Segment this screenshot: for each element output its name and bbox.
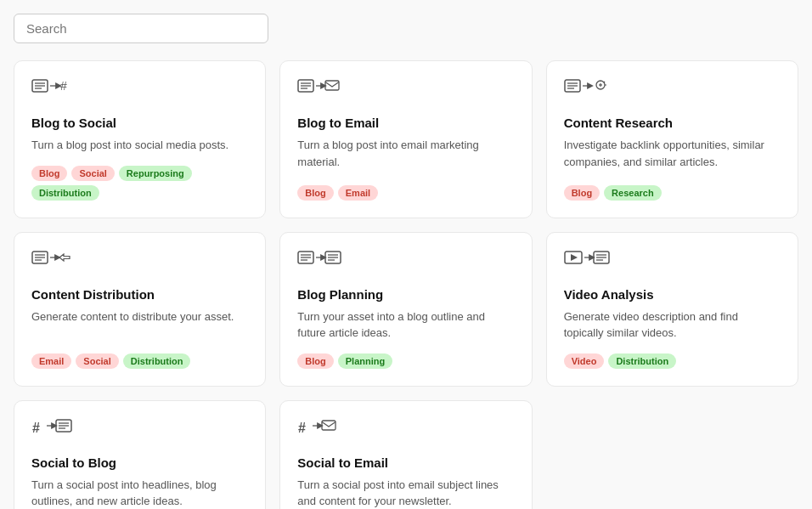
card-title-blog-to-email: Blog to Email [297,116,514,130]
card-blog-to-email[interactable]: Blog to Email Turn a blog post into emai… [279,60,532,218]
card-desc-blog-to-email: Turn a blog post into email marketing ma… [297,137,514,173]
tag-blog: Blog [297,185,333,201]
tag-blog: Blog [31,166,67,181]
card-content-distribution[interactable]: Content Distribution Generate content to… [14,232,266,387]
card-title-content-research: Content Research [564,116,781,130]
tag-distribution: Distribution [608,353,676,369]
cards-grid: # Blog to Social Turn a blog post into s… [14,60,798,509]
card-tags-blog-to-social: BlogSocialRepurposingDistribution [31,166,248,201]
card-desc-blog-planning: Turn your asset into a blog outline and … [297,308,514,342]
card-icon-content-distribution [31,250,248,277]
card-social-to-blog[interactable]: # Social to Blog Turn a social post into… [14,400,266,510]
card-desc-content-research: Investigate backlink opportunities, simi… [564,137,781,173]
card-title-content-distribution: Content Distribution [31,287,248,302]
card-desc-content-distribution: Generate content to distribute your asse… [31,308,248,342]
tag-video: Video [564,353,605,369]
tag-blog: Blog [297,353,333,369]
card-tags-video-analysis: VideoDistribution [564,353,781,369]
card-icon-blog-to-email [297,78,514,105]
card-title-blog-to-social: Blog to Social [31,116,248,130]
card-blog-to-social[interactable]: # Blog to Social Turn a blog post into s… [14,60,266,218]
tag-distribution: Distribution [31,185,99,201]
card-tags-blog-planning: BlogPlanning [297,353,514,369]
card-icon-blog-to-social: # [31,78,248,105]
search-container [14,14,798,43]
card-social-to-email[interactable]: # Social to Email Turn a social post int… [279,400,532,510]
card-desc-social-to-blog: Turn a social post into headlines, blog … [31,477,248,510]
svg-rect-52 [322,421,336,430]
search-input[interactable] [14,14,268,43]
card-title-social-to-blog: Social to Blog [31,455,248,470]
card-tags-content-research: BlogResearch [564,185,781,201]
svg-text:#: # [32,421,40,435]
card-desc-social-to-email: Turn a social post into email subject li… [297,477,514,510]
svg-line-21 [604,82,605,82]
tag-planning: Planning [338,353,392,369]
svg-text:#: # [298,421,306,435]
svg-rect-11 [325,81,339,90]
card-video-analysis[interactable]: Video Analysis Generate video descriptio… [546,232,798,387]
card-icon-social-to-email: # [297,418,514,445]
svg-marker-38 [571,254,578,261]
tag-blog: Blog [564,185,600,201]
card-desc-blog-to-social: Turn a blog post into social media posts… [31,137,248,154]
tag-email: Email [338,185,378,201]
tag-distribution: Distribution [123,353,191,369]
tag-research: Research [604,185,662,201]
card-title-blog-planning: Blog Planning [297,287,514,302]
tag-email: Email [31,353,71,369]
card-content-research[interactable]: Content Research Investigate backlink op… [546,60,798,218]
tag-social: Social [71,166,114,181]
tag-repurposing: Repurposing [119,166,192,181]
card-title-social-to-email: Social to Email [297,455,514,470]
tag-social: Social [76,353,118,369]
card-icon-blog-planning [297,250,514,277]
card-icon-social-to-blog: # [31,418,248,445]
card-tags-content-distribution: EmailSocialDistribution [31,353,248,369]
card-tags-blog-to-email: BlogEmail [297,185,514,201]
card-desc-video-analysis: Generate video description and find topi… [564,308,781,342]
svg-text:#: # [60,79,67,93]
card-blog-planning[interactable]: Blog Planning Turn your asset into a blo… [279,232,532,387]
card-title-video-analysis: Video Analysis [564,287,781,302]
card-icon-content-research [564,78,781,105]
card-icon-video-analysis [564,250,781,277]
